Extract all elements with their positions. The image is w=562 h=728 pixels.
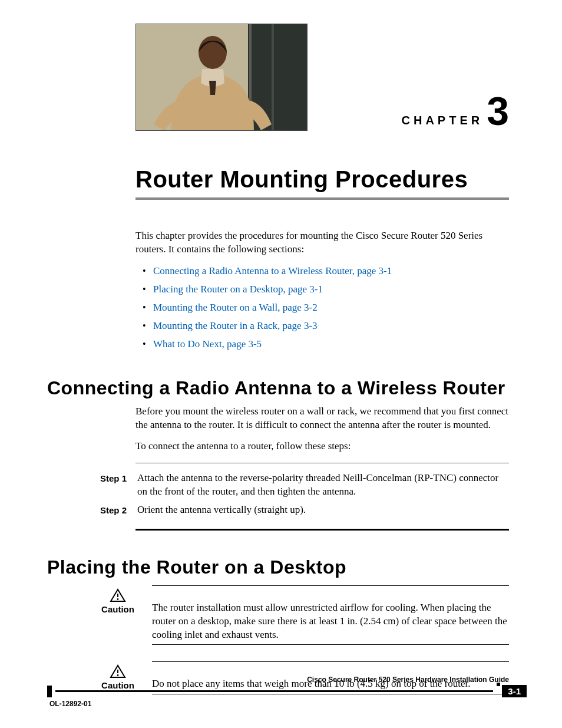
section-body: Before you mount the wireless router on … bbox=[135, 405, 509, 454]
title-rule bbox=[135, 197, 509, 200]
toc-link[interactable]: Mounting the Router on a Wall, page 3-2 bbox=[153, 302, 318, 313]
paragraph: Before you mount the wireless router on … bbox=[135, 405, 509, 432]
list-item: Connecting a Radio Antenna to a Wireless… bbox=[143, 265, 509, 278]
footer-tick bbox=[497, 683, 500, 686]
toc-link[interactable]: Connecting a Radio Antenna to a Wireless… bbox=[153, 265, 392, 276]
step-label: Step 1 bbox=[94, 472, 127, 485]
step-row: Step 2 Orient the antenna vertically (st… bbox=[94, 501, 509, 519]
list-item: What to Do Next, page 3-5 bbox=[143, 338, 509, 351]
rule bbox=[152, 661, 509, 662]
caution-block: Caution The router installation must all… bbox=[94, 585, 509, 645]
toc-link[interactable]: Placing the Router on a Desktop, page 3-… bbox=[153, 284, 323, 295]
svg-rect-3 bbox=[272, 24, 274, 130]
intro-block: This chapter provides the procedures for… bbox=[135, 229, 509, 351]
doc-id: OL-12892-01 bbox=[47, 700, 527, 708]
step-text: Orient the antenna vertically (straight … bbox=[137, 503, 509, 517]
step-label: Step 2 bbox=[94, 503, 127, 516]
rule bbox=[152, 585, 509, 586]
list-item: Placing the Router on a Desktop, page 3-… bbox=[143, 283, 509, 297]
list-item: Mounting the Router on a Wall, page 3-2 bbox=[143, 301, 509, 315]
toc-list: Connecting a Radio Antenna to a Wireless… bbox=[143, 265, 509, 351]
caution-head: Caution bbox=[94, 588, 141, 615]
chapter-title: Router Mounting Procedures bbox=[135, 166, 527, 193]
list-item: Mounting the Router in a Rack, page 3-3 bbox=[143, 319, 509, 333]
chapter-word: CHAPTER bbox=[402, 114, 484, 131]
step-text: Attach the antenna to the reverse-polari… bbox=[137, 472, 509, 499]
footer-bar bbox=[55, 690, 493, 692]
svg-point-6 bbox=[117, 598, 119, 600]
document-page: CHAPTER 3 Router Mounting Procedures Thi… bbox=[0, 0, 562, 728]
page-footer: Cisco Secure Router 520 Series Hardware … bbox=[47, 676, 527, 708]
toc-link[interactable]: Mounting the Router in a Rack, page 3-3 bbox=[153, 320, 318, 331]
rule bbox=[152, 644, 509, 645]
caution-icon bbox=[110, 588, 126, 602]
rule bbox=[135, 463, 509, 463]
toc-link[interactable]: What to Do Next, page 3-5 bbox=[153, 338, 262, 350]
book-title: Cisco Secure Router 520 Series Hardware … bbox=[47, 676, 527, 684]
chapter-photo bbox=[135, 24, 308, 131]
chapter-number: 3 bbox=[487, 91, 509, 131]
paragraph: To connect the antenna to a router, foll… bbox=[135, 440, 509, 453]
footer-tick bbox=[47, 686, 52, 697]
page-number: 3-1 bbox=[502, 685, 527, 697]
rule bbox=[135, 529, 509, 531]
intro-paragraph: This chapter provides the procedures for… bbox=[135, 229, 509, 256]
section-heading-desktop: Placing the Router on a Desktop bbox=[47, 556, 509, 578]
chapter-label-block: CHAPTER 3 bbox=[402, 91, 510, 131]
chapter-header: CHAPTER 3 bbox=[135, 24, 509, 131]
step-row: Step 1 Attach the antenna to the reverse… bbox=[94, 469, 509, 501]
caution-label: Caution bbox=[94, 604, 141, 615]
caution-text: The router installation must allow unres… bbox=[152, 588, 509, 642]
section-heading-antenna: Connecting a Radio Antenna to a Wireless… bbox=[47, 377, 509, 399]
